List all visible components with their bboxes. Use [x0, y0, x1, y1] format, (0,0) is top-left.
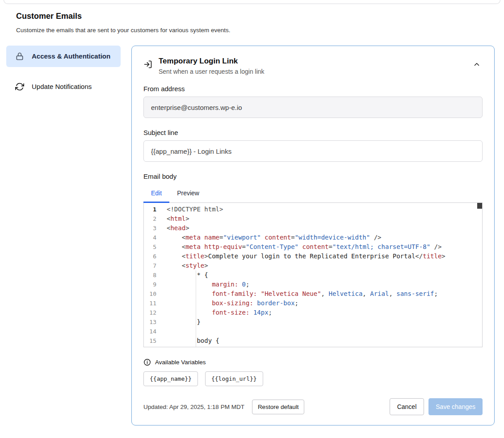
subject-line-input[interactable] [143, 140, 483, 162]
card-footer: Updated: Apr 29, 2025, 1:18 PM MDT Resto… [143, 398, 483, 415]
sidebar-item-label: Access & Authentication [32, 51, 110, 61]
code-line: 14 [144, 327, 482, 336]
sidebar-item-label: Update Notifications [32, 82, 92, 92]
from-address-input[interactable] [143, 97, 483, 118]
code-line: 8 * { [144, 270, 482, 280]
variable-chips: {{app_name}} {{login_url}} [143, 371, 483, 386]
from-address-label: From address [143, 85, 483, 93]
lock-icon [15, 52, 24, 61]
code-editor[interactable]: 1<!DOCTYPE html>2<html>3<head>4 <meta na… [143, 202, 483, 347]
code-line: 12 font-size: 14px; [144, 308, 482, 317]
available-variables-row: Available Variables [143, 358, 483, 366]
code-line: 5 <meta http-equiv="Content-Type" conten… [144, 242, 482, 252]
tab-preview[interactable]: Preview [169, 185, 207, 202]
card-title: Temporary Login Link [159, 57, 265, 66]
code-line: 10 font-family: "Helvetica Neue", Helvet… [144, 289, 482, 299]
code-line: 4 <meta name="viewport" content="width=d… [144, 233, 482, 242]
page-header: Customer Emails Customize the emails tha… [0, 4, 504, 34]
variable-chip-login-url[interactable]: {{login_url}} [205, 371, 263, 386]
editor-scrollbar-thumb[interactable] [477, 203, 482, 209]
code-line: 11 box-sizing: border-box; [144, 299, 482, 308]
sidebar: Access & Authentication Update Notificat… [6, 46, 121, 97]
code-line: 13 } [144, 317, 482, 327]
code-line: 3<head> [144, 223, 482, 233]
variable-chip-app-name[interactable]: {{app_name}} [143, 371, 198, 386]
editor-tabs: Edit Preview [143, 185, 483, 202]
save-changes-button[interactable]: Save changes [428, 398, 483, 415]
restore-default-button[interactable]: Restore default [252, 400, 305, 414]
subject-line-label: Subject line [143, 129, 483, 136]
available-variables-label: Available Variables [155, 359, 206, 366]
code-line: 7 <style> [144, 261, 482, 270]
card-header: Temporary Login Link Sent when a user re… [143, 57, 483, 75]
code-line: 6 <title>Complete your login to the Repl… [144, 252, 482, 261]
code-line: 2<html> [144, 214, 482, 223]
content-area: Access & Authentication Update Notificat… [0, 34, 504, 425]
card-subtitle: Sent when a user requests a login link [159, 68, 265, 75]
info-icon[interactable] [143, 358, 151, 366]
updated-timestamp: Updated: Apr 29, 2025, 1:18 PM MDT [143, 404, 244, 410]
code-line: 1<!DOCTYPE html> [144, 205, 482, 214]
cancel-button[interactable]: Cancel [390, 398, 424, 415]
email-body-label: Email body [143, 173, 483, 180]
code-line: 16 background-color: #f6f6f6; [144, 345, 482, 347]
code-line: 15 body { [144, 336, 482, 345]
code-line: 9 margin: 0; [144, 280, 482, 289]
code-lines: 1<!DOCTYPE html>2<html>3<head>4 <meta na… [144, 205, 482, 347]
indent-guide [196, 270, 196, 347]
collapse-button[interactable] [471, 59, 483, 72]
refresh-icon [15, 82, 24, 91]
sidebar-item-update-notifications[interactable]: Update Notifications [6, 76, 121, 97]
log-in-icon [143, 60, 152, 71]
previous-card-bottom-edge [4, 0, 500, 4]
card-titles: Temporary Login Link Sent when a user re… [159, 57, 265, 75]
page-subtitle: Customize the emails that are sent to yo… [16, 27, 488, 34]
page-title: Customer Emails [16, 12, 488, 21]
sidebar-item-access-authentication[interactable]: Access & Authentication [6, 46, 121, 67]
email-template-card: Temporary Login Link Sent when a user re… [131, 46, 495, 425]
tab-edit[interactable]: Edit [143, 185, 169, 203]
chevron-up-icon [473, 63, 481, 70]
